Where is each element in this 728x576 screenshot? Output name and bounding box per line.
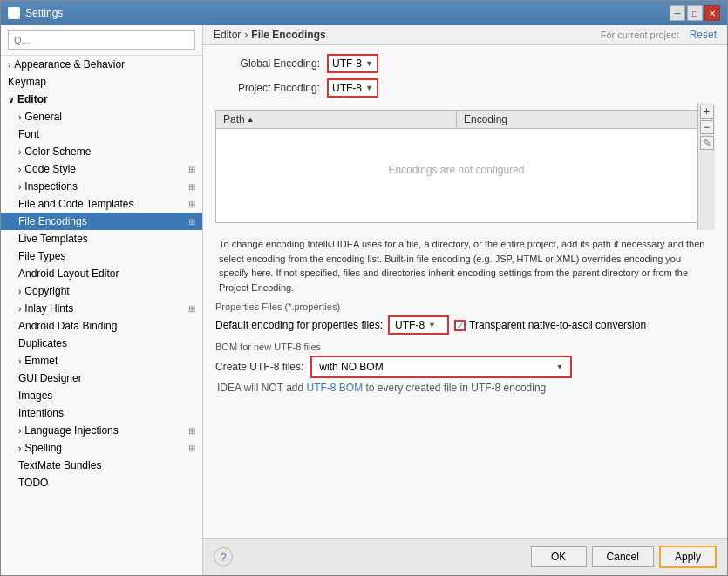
sidebar-item-color-scheme[interactable]: › Color Scheme [1,143,202,160]
table-header-encoding: Encoding [457,111,697,128]
sidebar-item-label: Appearance & Behavior [14,58,125,71]
properties-encoding-value: UTF-8 [395,319,425,331]
sidebar-item-todo[interactable]: TODO [1,474,202,491]
edit-encoding-button[interactable]: ✎ [700,136,714,150]
title-controls: ─ □ ✕ [670,5,720,21]
search-box [1,25,202,56]
settings-icon: ⊞ [188,182,195,192]
remove-encoding-button[interactable]: − [700,120,714,134]
sidebar-item-label: Spelling [24,442,62,454]
sidebar-item-images[interactable]: Images [1,387,202,404]
app-icon [8,7,20,19]
encodings-table-container: Path ▲ Encoding Encodings are not config… [215,103,715,230]
table-side-buttons: + − ✎ [697,103,715,230]
sidebar-item-file-code-templates[interactable]: File and Code Templates ⊞ [1,195,202,213]
bom-note-prefix: IDEA will NOT add [217,382,306,394]
sort-icon: ▲ [247,115,255,124]
main-panel: Editor › File Encodings For current proj… [203,25,727,575]
sidebar-item-inlay-hints[interactable]: › Inlay Hints ⊞ [1,300,202,317]
expand-icon: › [18,356,21,366]
sidebar-item-label: Inspections [24,180,78,193]
sidebar-item-live-templates[interactable]: Live Templates [1,230,202,247]
sidebar-item-label: GUI Designer [18,372,82,384]
apply-button[interactable]: Apply [659,546,717,568]
sidebar-item-general[interactable]: › General [1,108,202,125]
sidebar-item-gui-designer[interactable]: GUI Designer [1,369,202,387]
expand-icon: ∨ [8,95,14,105]
sidebar-item-duplicates[interactable]: Duplicates [1,335,202,352]
settings-icon: ⊞ [188,304,195,314]
sidebar-item-label: Android Layout Editor [18,268,119,280]
sidebar-item-label: Duplicates [18,337,67,349]
maximize-button[interactable]: □ [687,5,703,21]
sidebar-item-label: Code Style [24,163,76,175]
project-encoding-row: Project Encoding: UTF-8 ▼ [215,78,715,98]
sidebar-item-label: File Encodings [18,215,87,227]
expand-icon: › [18,182,21,192]
expand-icon: › [18,304,21,314]
cancel-button[interactable]: Cancel [592,546,654,567]
sidebar-item-file-encodings[interactable]: File Encodings ⊞ [1,213,202,230]
sidebar-item-textmate-bundles[interactable]: TextMate Bundles [1,457,202,474]
settings-window: Settings ─ □ ✕ › Appearance & Behavior K… [0,0,728,576]
reset-link[interactable]: Reset [690,29,717,41]
transparent-checkbox-row: Transparent native-to-ascii conversion [454,319,646,331]
minimize-button[interactable]: ─ [670,5,685,21]
dropdown-arrow-icon: ▼ [555,363,563,371]
sidebar-item-android-data-binding[interactable]: Android Data Binding [1,317,202,335]
close-button[interactable]: ✕ [704,5,720,21]
settings-icon: ⊞ [188,217,195,227]
sidebar-item-file-types[interactable]: File Types [1,247,202,265]
ok-button[interactable]: OK [531,546,587,567]
bom-section: BOM for new UTF-8 files Create UTF-8 fil… [215,342,715,394]
table-header: Path ▲ Encoding [216,111,697,129]
sidebar-item-label: File and Code Templates [18,198,134,210]
breadcrumb-current: File Encodings [251,29,325,41]
content-area: › Appearance & Behavior Keymap ∨ Editor … [1,25,727,575]
sidebar-item-label: Copyright [24,285,69,297]
search-input[interactable] [8,30,195,50]
bom-create-select[interactable]: with NO BOM ▼ [310,356,572,378]
sidebar-item-editor[interactable]: ∨ Editor [1,91,202,108]
sidebar-item-label: Inlay Hints [24,302,73,315]
sidebar-item-intentions[interactable]: Intentions [1,404,202,422]
sidebar-item-label: Font [18,128,39,140]
bottom-bar: ? OK Cancel Apply [203,538,727,575]
global-encoding-select[interactable]: UTF-8 ▼ [327,54,378,73]
sidebar-item-label: Color Scheme [24,146,91,158]
encodings-table: Path ▲ Encoding Encodings are not config… [215,110,697,223]
sidebar-item-code-style[interactable]: › Code Style ⊞ [1,160,202,178]
breadcrumb-parent: Editor [214,29,241,41]
sidebar-item-android-layout-editor[interactable]: Android Layout Editor [1,265,202,282]
sidebar-item-label: Keymap [8,76,46,88]
help-button[interactable]: ? [214,547,233,566]
table-body: Encodings are not configured [216,129,697,222]
sidebar-item-appearance[interactable]: › Appearance & Behavior [1,56,202,73]
sidebar-item-label: TODO [18,477,48,489]
info-text: To change encoding IntelliJ IDEA uses fo… [215,237,715,295]
sidebar-item-spelling[interactable]: › Spelling ⊞ [1,439,202,457]
sidebar-item-inspections[interactable]: › Inspections ⊞ [1,178,202,195]
sidebar-item-copyright[interactable]: › Copyright [1,282,202,300]
transparent-label: Transparent native-to-ascii conversion [469,319,646,331]
project-encoding-select[interactable]: UTF-8 ▼ [327,78,378,98]
sidebar-item-emmet[interactable]: › Emmet [1,352,202,369]
sidebar-item-label: Emmet [24,355,58,367]
main-header: Editor › File Encodings For current proj… [203,25,727,45]
bom-note: IDEA will NOT add UTF-8 BOM to every cre… [215,382,715,394]
project-encoding-label: Project Encoding: [215,82,320,94]
sidebar-item-font[interactable]: Font [1,125,202,143]
expand-icon: › [18,112,21,122]
sidebar-item-keymap[interactable]: Keymap [1,73,202,91]
add-encoding-button[interactable]: + [700,105,714,119]
sidebar-item-language-injections[interactable]: › Language Injections ⊞ [1,422,202,439]
global-encoding-row: Global Encoding: UTF-8 ▼ [215,54,715,73]
sidebar-item-label: TextMate Bundles [18,459,101,471]
expand-icon: › [18,444,21,453]
properties-encoding-select[interactable]: UTF-8 ▼ [388,315,449,335]
properties-encoding-label: Default encoding for properties files: [215,319,383,331]
sidebar-item-label: Images [18,390,52,402]
breadcrumb-separator: › [244,29,248,41]
transparent-checkbox[interactable] [454,320,466,331]
bom-link[interactable]: UTF-8 BOM [306,382,363,394]
